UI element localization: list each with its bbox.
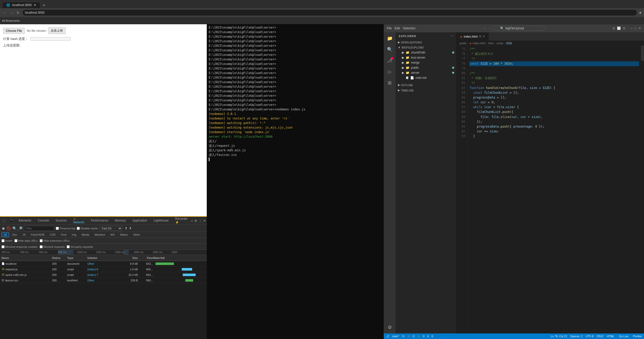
title-search-bar[interactable]: 🔍 bigFileUpload (494, 26, 544, 31)
toggle-panel-icon[interactable]: ⬜ (617, 27, 621, 30)
filter-all[interactable]: All (2, 232, 9, 237)
split-editor-icon[interactable]: ⧉ (613, 27, 615, 30)
devtools-mobile-icon[interactable]: 📱 (8, 219, 15, 223)
table-row[interactable]: JS spark-md5.min.js 200 script (index):7… (0, 272, 207, 278)
col-header-waterfall[interactable]: Waterfall (153, 256, 205, 259)
tab-memory[interactable]: Memory (112, 217, 129, 224)
git-branch-name[interactable]: main* (392, 335, 399, 338)
disable-cache-checkbox[interactable]: Disable cache (77, 227, 98, 230)
activity-search-icon[interactable]: 🔍 (386, 45, 394, 54)
hide-extension-urls-checkbox[interactable]: Hide extension URLs (40, 239, 69, 242)
tab-sources[interactable]: Sources (53, 217, 70, 224)
tab-elements[interactable]: Elements (16, 217, 34, 224)
third-party-checkbox[interactable]: 3rd-party requests (67, 245, 93, 248)
filter-ws[interactable]: WS (108, 232, 117, 237)
filter-media[interactable]: Media (79, 232, 91, 237)
breadcrumb-indexhtml[interactable]: index.html (473, 42, 485, 45)
hide-data-urls-checkbox[interactable]: Hide data URLs (14, 239, 38, 242)
disable-cache-check[interactable] (77, 227, 80, 230)
filter-doc[interactable]: Doc (10, 232, 19, 237)
sidebar-item-chunkpath[interactable]: ▶ 📁 chunkPath (396, 50, 456, 55)
tab-recorder[interactable]: Recorder ⚡ (172, 215, 191, 226)
activity-extensions-icon[interactable]: ⊞ (386, 79, 394, 87)
breadcrumb-html[interactable]: html (488, 42, 494, 45)
filter-input[interactable] (24, 226, 54, 231)
editor-tab-indexhtml[interactable]: ◈ index.html M ✕ (456, 32, 489, 41)
filter-other[interactable]: Other (131, 232, 142, 237)
filter-fetch[interactable]: Fetch/XHR (29, 232, 47, 237)
record-icon[interactable]: ⏺ (2, 226, 5, 230)
clear-icon[interactable]: 🚫 (7, 226, 11, 230)
forward-button[interactable]: → (9, 10, 14, 15)
close-icon[interactable]: ✕ (638, 27, 641, 30)
more-tabs-icon[interactable]: » (191, 219, 193, 223)
tab-console[interactable]: Console (35, 217, 52, 224)
tab-performance[interactable]: Performance (88, 217, 111, 224)
settings-icon[interactable]: ⚙ (194, 219, 197, 223)
col-header-initiator[interactable]: Initiator (87, 256, 118, 259)
reload-button[interactable]: ↻ (15, 10, 21, 15)
sidebar-outline[interactable]: ▶ OUTLINE (396, 82, 456, 88)
filter-img[interactable]: Img (69, 232, 79, 237)
sidebar-item-koa-server[interactable]: ▶ 📁 koa-server (396, 55, 456, 60)
breadcrumb-script[interactable]: script (497, 42, 503, 45)
tab-application[interactable]: Application (129, 217, 150, 224)
address-bar[interactable] (22, 9, 637, 16)
browser-tab[interactable]: 🌐 localhost:3000 ✕ (2, 2, 40, 8)
spaces[interactable]: Spaces: 2 (570, 335, 583, 338)
sync-icon[interactable]: ↻ (402, 335, 404, 338)
sidebar-item-public[interactable]: ▶ 📁 public (396, 65, 456, 70)
filter-js[interactable]: JS (20, 232, 28, 237)
encoding[interactable]: UTF-8 (586, 335, 594, 338)
table-row[interactable]: 📄 localhost 200 document Other 9.9 kB 63… (0, 261, 207, 267)
col-header-name[interactable]: Name (2, 256, 52, 259)
close-devtools-icon[interactable]: ✕ (203, 219, 206, 223)
activity-debug-icon[interactable]: ▷ (386, 68, 394, 76)
filter-manifest[interactable]: Manifest (92, 232, 107, 237)
col-header-size[interactable]: Size (118, 256, 138, 259)
maximize-icon[interactable]: □ (635, 27, 636, 30)
blocked-cookies-checkbox[interactable]: Blocked response cookies (2, 245, 38, 248)
export-icon[interactable]: ⬇ (129, 226, 132, 230)
filter-icon[interactable]: 🔍 (12, 226, 17, 230)
search-icon[interactable]: 🔎 (18, 226, 22, 230)
go-live-btn[interactable]: Go Live (617, 335, 630, 338)
devtools-inspect-icon[interactable]: ⬚ (1, 219, 7, 223)
sidebar-item-merge[interactable]: ▶ 📁 merge (396, 60, 456, 65)
upload-button[interactable]: 点击上传 (48, 27, 66, 34)
activity-settings-icon[interactable]: ⚙ (386, 323, 394, 331)
tab-close-button[interactable]: ✕ (483, 35, 485, 38)
tab-lighthouse[interactable]: Lighthouse (151, 217, 172, 224)
sidebar-item-notemd[interactable]: 📝 📄 note.md (396, 75, 456, 80)
menu-edit[interactable]: Edit (395, 27, 400, 30)
sidebar-more-icon[interactable]: ⋯ (450, 34, 453, 38)
breadcrumb-size[interactable]: SIZE (506, 42, 512, 45)
col-header-type[interactable]: Type (67, 256, 87, 259)
sidebar-open-editors[interactable]: ▶ OPEN EDITORS (396, 40, 456, 45)
back-button[interactable]: ← (2, 10, 8, 15)
customize-layout-icon[interactable]: ⊡ (623, 27, 625, 30)
filter-css[interactable]: CSS (47, 232, 58, 237)
more-options-icon[interactable]: ⋮ (199, 219, 202, 223)
tab-network[interactable]: ⚠ Network (70, 215, 87, 226)
menu-selection[interactable]: Selection (403, 27, 415, 30)
filter-font[interactable]: Font (59, 232, 69, 237)
filter-wasm[interactable]: Wasm (118, 232, 130, 237)
col-header-status[interactable]: Status (52, 256, 67, 259)
speed-select[interactable]: Fast 3G Slow 3G No throttling (99, 226, 122, 231)
prettier-btn[interactable]: Prettier (633, 335, 642, 338)
menu-file[interactable]: File (387, 27, 392, 30)
sidebar-timeline[interactable]: ▶ TIMELINE (396, 88, 456, 93)
invert-checkbox[interactable]: Invert (2, 239, 12, 242)
table-row[interactable]: JS request.js 200 script (index):6 1.0 k… (0, 267, 207, 272)
blocked-requests-checkbox[interactable]: Blocked requests (40, 245, 65, 248)
table-row[interactable]: 🖼 favicon.ico 200 text/html Other 239 B … (0, 278, 207, 283)
import-icon[interactable]: ⬆ (125, 226, 127, 230)
new-tab-button[interactable]: + (42, 3, 45, 8)
col-header-time[interactable]: Time (138, 256, 153, 259)
breadcrumb-public[interactable]: public (459, 42, 467, 45)
choose-file-button[interactable]: Choose File (3, 28, 25, 34)
bookmark-icon[interactable]: ★ (639, 11, 642, 15)
preserve-log-check[interactable] (56, 227, 59, 230)
line-col[interactable]: Ln 78, Col 21 (551, 335, 567, 338)
